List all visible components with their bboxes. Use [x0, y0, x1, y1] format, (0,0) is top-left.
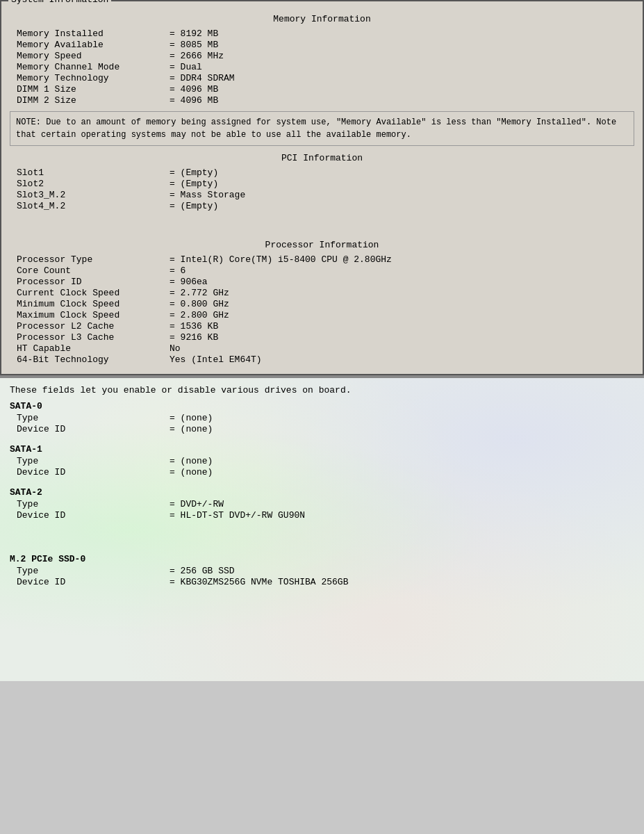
row-label: Processor L2 Cache: [17, 321, 170, 332]
sata2-table: Type= DVD+/-RWDevice ID= HL-DT-ST DVD+/-…: [17, 499, 641, 521]
sata2-section: SATA-2 Type= DVD+/-RWDevice ID= HL-DT-ST…: [10, 487, 634, 521]
table-row: Type= (none): [17, 456, 641, 466]
row-value: = Dual: [170, 62, 202, 72]
row-label: DIMM 2 Size: [17, 95, 170, 106]
row-label: Device ID: [17, 424, 170, 434]
table-row: Device ID= (none): [17, 424, 641, 434]
row-value: = 9216 KB: [170, 332, 218, 343]
row-label: Memory Available: [17, 40, 170, 50]
row-label: Maximum Clock Speed: [17, 310, 170, 320]
row-label: Slot4_M.2: [17, 201, 170, 211]
table-row: Slot4_M.2= (Empty): [17, 201, 641, 211]
row-label: Device ID: [17, 467, 170, 477]
sata0-section: SATA-0 Type= (none)Device ID= (none): [10, 401, 634, 434]
row-value: = Intel(R) Core(TM) i5-8400 CPU @ 2.80GH…: [170, 254, 392, 265]
row-value: = 4096 MB: [170, 84, 218, 95]
row-value: = 6: [170, 265, 185, 276]
pci-table: Slot1= (Empty)Slot2= (Empty)Slot3_M.2= M…: [17, 167, 641, 211]
table-row: Processor L3 Cache= 9216 KB: [17, 332, 641, 343]
row-label: Slot2: [17, 179, 170, 189]
row-value: = 8085 MB: [170, 40, 218, 50]
table-row: Device ID= HL-DT-ST DVD+/-RW GU90N: [17, 510, 641, 521]
table-row: 64-Bit TechnologyYes (Intel EM64T): [17, 354, 641, 365]
m2-heading: M.2 PCIe SSD-0: [10, 554, 634, 564]
row-label: Memory Channel Mode: [17, 62, 170, 72]
row-value: = 8192 MB: [170, 28, 218, 39]
m2-section: M.2 PCIe SSD-0 Type= 256 GB SSDDevice ID…: [10, 554, 634, 587]
row-label: Memory Installed: [17, 28, 170, 39]
table-row: Maximum Clock Speed= 2.800 GHz: [17, 310, 641, 320]
table-row: Core Count= 6: [17, 265, 641, 276]
table-row: Memory Available= 8085 MB: [17, 40, 641, 50]
row-value: = 2.800 GHz: [170, 310, 229, 320]
table-row: Processor ID= 906ea: [17, 277, 641, 287]
table-row: Type= (none): [17, 413, 641, 423]
table-row: Type= DVD+/-RW: [17, 499, 641, 509]
row-value: = (none): [170, 413, 213, 423]
row-value: = 0.800 GHz: [170, 299, 229, 309]
row-value: = (Empty): [170, 167, 218, 178]
row-value: = KBG30ZMS256G NVMe TOSHIBA 256GB: [170, 577, 348, 587]
row-value: = (Empty): [170, 201, 218, 211]
row-value: = DVD+/-RW: [170, 499, 224, 509]
row-label: Core Count: [17, 265, 170, 276]
row-label: Memory Speed: [17, 51, 170, 61]
table-row: HT CapableNo: [17, 343, 641, 354]
table-row: DIMM 1 Size= 4096 MB: [17, 84, 641, 95]
row-value: = 2.772 GHz: [170, 288, 229, 298]
sata1-heading: SATA-1: [10, 444, 634, 455]
bottom-note: These fields let you enable or disable v…: [10, 385, 634, 395]
sata1-table: Type= (none)Device ID= (none): [17, 456, 641, 477]
sata1-section: SATA-1 Type= (none)Device ID= (none): [10, 444, 634, 477]
table-row: Memory Channel Mode= Dual: [17, 62, 641, 72]
table-row: DIMM 2 Size= 4096 MB: [17, 95, 641, 106]
row-value: = 4096 MB: [170, 95, 218, 106]
memory-section-title: Memory Information: [10, 14, 634, 24]
memory-table: Memory Installed= 8192 MBMemory Availabl…: [17, 28, 641, 106]
row-label: Type: [17, 566, 170, 576]
table-row: Minimum Clock Speed= 0.800 GHz: [17, 299, 641, 309]
row-value: = (none): [170, 456, 213, 466]
table-row: Memory Installed= 8192 MB: [17, 28, 641, 39]
row-label: Memory Technology: [17, 73, 170, 83]
row-label: Device ID: [17, 510, 170, 521]
row-label: Processor ID: [17, 277, 170, 287]
processor-table: Processor Type= Intel(R) Core(TM) i5-840…: [17, 254, 641, 365]
pci-section-title: PCI Information: [10, 153, 634, 163]
table-row: Type= 256 GB SSD: [17, 566, 641, 576]
row-value: = HL-DT-ST DVD+/-RW GU90N: [170, 510, 305, 521]
row-value: = 2666 MHz: [170, 51, 224, 61]
top-panel: System Information Memory Information Me…: [0, 0, 644, 375]
table-row: Device ID= KBG30ZMS256G NVMe TOSHIBA 256…: [17, 577, 641, 587]
m2-table: Type= 256 GB SSDDevice ID= KBG30ZMS256G …: [17, 566, 641, 587]
table-row: Processor Type= Intel(R) Core(TM) i5-840…: [17, 254, 641, 265]
bottom-panel: These fields let you enable or disable v…: [0, 375, 644, 681]
table-row: Device ID= (none): [17, 467, 641, 477]
row-value: Yes (Intel EM64T): [170, 354, 262, 365]
row-value: = 906ea: [170, 277, 208, 287]
row-label: Type: [17, 499, 170, 509]
sata0-heading: SATA-0: [10, 401, 634, 411]
row-value: = (none): [170, 424, 213, 434]
table-row: Memory Technology= DDR4 SDRAM: [17, 73, 641, 83]
row-value: = 256 GB SSD: [170, 566, 235, 576]
table-row: Slot1= (Empty): [17, 167, 641, 178]
processor-section-title: Processor Information: [10, 240, 634, 250]
row-label: DIMM 1 Size: [17, 84, 170, 95]
table-row: Current Clock Speed= 2.772 GHz: [17, 288, 641, 298]
row-value: = (none): [170, 467, 213, 477]
row-label: Processor L3 Cache: [17, 332, 170, 343]
row-label: Slot3_M.2: [17, 190, 170, 200]
row-value: = 1536 KB: [170, 321, 218, 332]
row-label: Type: [17, 456, 170, 466]
table-row: Slot2= (Empty): [17, 179, 641, 189]
row-value: = DDR4 SDRAM: [170, 73, 235, 83]
row-label: Type: [17, 413, 170, 423]
row-value: = (Empty): [170, 179, 218, 189]
sata2-heading: SATA-2: [10, 487, 634, 498]
row-label: Device ID: [17, 577, 170, 587]
table-row: Processor L2 Cache= 1536 KB: [17, 321, 641, 332]
row-label: Slot1: [17, 167, 170, 178]
table-row: Slot3_M.2= Mass Storage: [17, 190, 641, 200]
row-value: = Mass Storage: [170, 190, 245, 200]
